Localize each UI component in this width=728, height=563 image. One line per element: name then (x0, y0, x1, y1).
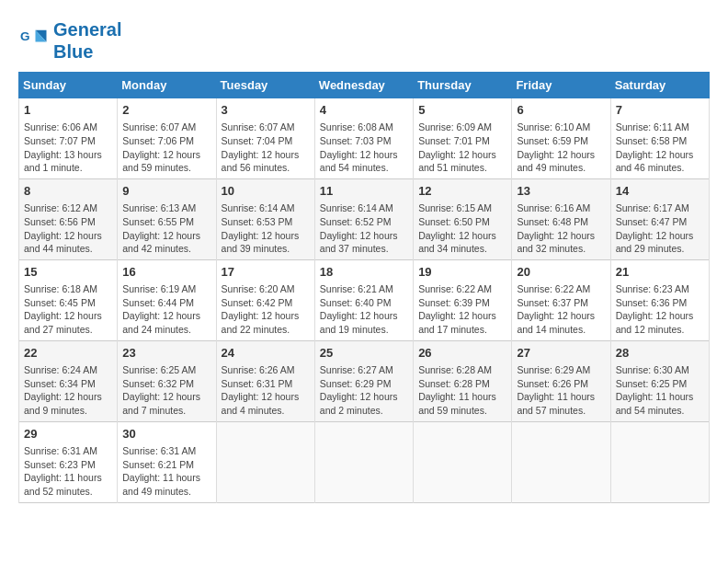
weekday-header: Wednesday (314, 73, 413, 98)
day-number: 28 (616, 345, 704, 362)
day-info: Sunrise: 6:18 AMSunset: 6:45 PMDaylight:… (24, 282, 112, 337)
day-info: Sunrise: 6:21 AMSunset: 6:40 PMDaylight:… (320, 282, 408, 337)
day-info: Sunrise: 6:29 AMSunset: 6:26 PMDaylight:… (517, 363, 605, 418)
day-info: Sunrise: 6:28 AMSunset: 6:28 PMDaylight:… (418, 363, 506, 418)
calendar-cell: 21Sunrise: 6:23 AMSunset: 6:36 PMDayligh… (610, 259, 709, 340)
calendar-cell: 7Sunrise: 6:11 AMSunset: 6:58 PMDaylight… (610, 98, 709, 179)
day-info: Sunrise: 6:12 AMSunset: 6:56 PMDaylight:… (24, 201, 112, 256)
day-number: 5 (418, 102, 506, 119)
day-info: Sunrise: 6:24 AMSunset: 6:34 PMDaylight:… (24, 363, 112, 418)
day-number: 27 (517, 345, 605, 362)
day-info: Sunrise: 6:15 AMSunset: 6:50 PMDaylight:… (418, 201, 506, 256)
day-info: Sunrise: 6:17 AMSunset: 6:47 PMDaylight:… (616, 201, 704, 256)
weekday-header: Saturday (610, 73, 709, 98)
day-number: 8 (24, 183, 112, 200)
calendar-cell: 25Sunrise: 6:27 AMSunset: 6:29 PMDayligh… (314, 340, 413, 421)
day-number: 23 (122, 345, 210, 362)
day-number: 22 (24, 345, 112, 362)
day-number: 13 (517, 183, 605, 200)
calendar-cell: 3Sunrise: 6:07 AMSunset: 7:04 PMDaylight… (216, 98, 314, 179)
logo-icon: G (20, 27, 48, 54)
day-number: 11 (320, 183, 408, 200)
day-info: Sunrise: 6:31 AMSunset: 6:21 PMDaylight:… (122, 444, 210, 499)
calendar-cell: 27Sunrise: 6:29 AMSunset: 6:26 PMDayligh… (512, 340, 610, 421)
day-info: Sunrise: 6:09 AMSunset: 7:01 PMDaylight:… (418, 121, 506, 175)
day-number: 17 (222, 264, 310, 281)
day-info: Sunrise: 6:16 AMSunset: 6:48 PMDaylight:… (517, 201, 605, 256)
calendar-table: SundayMondayTuesdayWednesdayThursdayFrid… (18, 72, 710, 503)
day-info: Sunrise: 6:23 AMSunset: 6:36 PMDaylight:… (616, 282, 704, 337)
day-info: Sunrise: 6:13 AMSunset: 6:55 PMDaylight:… (122, 201, 210, 256)
calendar-week-row: 22Sunrise: 6:24 AMSunset: 6:34 PMDayligh… (19, 340, 710, 421)
day-info: Sunrise: 6:07 AMSunset: 7:04 PMDaylight:… (222, 121, 310, 175)
day-number: 30 (122, 426, 210, 442)
logo: G General Blue (18, 18, 121, 63)
day-number: 24 (222, 345, 310, 362)
calendar-cell: 17Sunrise: 6:20 AMSunset: 6:42 PMDayligh… (216, 259, 314, 340)
day-number: 6 (517, 102, 605, 119)
calendar-cell (314, 421, 413, 502)
calendar-cell: 19Sunrise: 6:22 AMSunset: 6:39 PMDayligh… (414, 259, 512, 340)
calendar-week-row: 15Sunrise: 6:18 AMSunset: 6:45 PMDayligh… (19, 259, 710, 340)
calendar-cell: 16Sunrise: 6:19 AMSunset: 6:44 PMDayligh… (118, 259, 216, 340)
day-number: 7 (616, 102, 704, 119)
weekday-header: Friday (512, 73, 610, 98)
calendar-cell (512, 421, 610, 502)
day-number: 20 (517, 264, 605, 281)
calendar-cell: 30Sunrise: 6:31 AMSunset: 6:21 PMDayligh… (118, 421, 216, 502)
day-number: 25 (320, 345, 408, 362)
day-number: 19 (418, 264, 506, 281)
calendar-cell: 23Sunrise: 6:25 AMSunset: 6:32 PMDayligh… (118, 340, 216, 421)
calendar-cell: 29Sunrise: 6:31 AMSunset: 6:23 PMDayligh… (19, 421, 118, 502)
logo-text: General Blue (53, 18, 121, 63)
day-number: 18 (320, 264, 408, 281)
weekday-header: Monday (118, 73, 216, 98)
calendar-cell: 22Sunrise: 6:24 AMSunset: 6:34 PMDayligh… (19, 340, 118, 421)
svg-text:G: G (20, 29, 30, 43)
day-number: 2 (122, 102, 210, 119)
day-info: Sunrise: 6:22 AMSunset: 6:37 PMDaylight:… (517, 282, 605, 337)
calendar-week-row: 8Sunrise: 6:12 AMSunset: 6:56 PMDaylight… (19, 178, 710, 259)
day-info: Sunrise: 6:22 AMSunset: 6:39 PMDaylight:… (418, 282, 506, 337)
calendar-cell: 5Sunrise: 6:09 AMSunset: 7:01 PMDaylight… (414, 98, 512, 179)
calendar-cell (414, 421, 512, 502)
day-number: 16 (122, 264, 210, 281)
calendar-cell: 14Sunrise: 6:17 AMSunset: 6:47 PMDayligh… (610, 178, 709, 259)
day-info: Sunrise: 6:30 AMSunset: 6:25 PMDaylight:… (616, 363, 704, 418)
calendar-cell: 20Sunrise: 6:22 AMSunset: 6:37 PMDayligh… (512, 259, 610, 340)
day-info: Sunrise: 6:27 AMSunset: 6:29 PMDaylight:… (320, 363, 408, 418)
day-info: Sunrise: 6:14 AMSunset: 6:52 PMDaylight:… (320, 201, 408, 256)
calendar-cell: 10Sunrise: 6:14 AMSunset: 6:53 PMDayligh… (216, 178, 314, 259)
weekday-header: Sunday (19, 73, 118, 98)
calendar-cell: 24Sunrise: 6:26 AMSunset: 6:31 PMDayligh… (216, 340, 314, 421)
page-header: G General Blue (18, 18, 710, 63)
calendar-cell: 28Sunrise: 6:30 AMSunset: 6:25 PMDayligh… (610, 340, 709, 421)
day-info: Sunrise: 6:10 AMSunset: 6:59 PMDaylight:… (517, 121, 605, 175)
calendar-cell: 13Sunrise: 6:16 AMSunset: 6:48 PMDayligh… (512, 178, 610, 259)
day-number: 26 (418, 345, 506, 362)
day-info: Sunrise: 6:06 AMSunset: 7:07 PMDaylight:… (24, 121, 112, 175)
calendar-cell (216, 421, 314, 502)
day-info: Sunrise: 6:14 AMSunset: 6:53 PMDaylight:… (222, 201, 310, 256)
day-info: Sunrise: 6:31 AMSunset: 6:23 PMDaylight:… (24, 444, 112, 499)
calendar-week-row: 1Sunrise: 6:06 AMSunset: 7:07 PMDaylight… (19, 98, 710, 179)
day-info: Sunrise: 6:07 AMSunset: 7:06 PMDaylight:… (122, 121, 210, 175)
calendar-header-row: SundayMondayTuesdayWednesdayThursdayFrid… (19, 73, 710, 98)
calendar-cell: 2Sunrise: 6:07 AMSunset: 7:06 PMDaylight… (118, 98, 216, 179)
day-info: Sunrise: 6:19 AMSunset: 6:44 PMDaylight:… (122, 282, 210, 337)
calendar-cell: 26Sunrise: 6:28 AMSunset: 6:28 PMDayligh… (414, 340, 512, 421)
day-number: 4 (320, 102, 408, 119)
calendar-cell: 8Sunrise: 6:12 AMSunset: 6:56 PMDaylight… (19, 178, 118, 259)
calendar-cell (610, 421, 709, 502)
day-number: 1 (24, 102, 112, 119)
day-info: Sunrise: 6:11 AMSunset: 6:58 PMDaylight:… (616, 121, 704, 175)
calendar-cell: 11Sunrise: 6:14 AMSunset: 6:52 PMDayligh… (314, 178, 413, 259)
calendar-cell: 6Sunrise: 6:10 AMSunset: 6:59 PMDaylight… (512, 98, 610, 179)
calendar-week-row: 29Sunrise: 6:31 AMSunset: 6:23 PMDayligh… (19, 421, 710, 502)
calendar-cell: 9Sunrise: 6:13 AMSunset: 6:55 PMDaylight… (118, 178, 216, 259)
calendar-cell: 12Sunrise: 6:15 AMSunset: 6:50 PMDayligh… (414, 178, 512, 259)
day-number: 10 (222, 183, 310, 200)
day-number: 9 (122, 183, 210, 200)
day-info: Sunrise: 6:20 AMSunset: 6:42 PMDaylight:… (222, 282, 310, 337)
day-info: Sunrise: 6:25 AMSunset: 6:32 PMDaylight:… (122, 363, 210, 418)
